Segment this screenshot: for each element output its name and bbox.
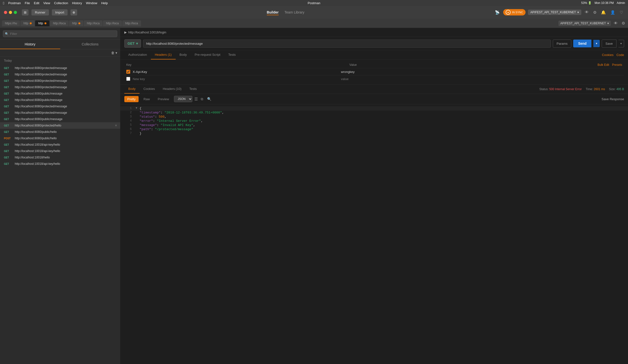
search-response-button[interactable]: 🔍 [206, 96, 212, 102]
params-button[interactable]: Params [553, 40, 571, 48]
tab-4[interactable]: http [69, 20, 83, 26]
history-item[interactable]: GET http://localhost:8080/protected/mess… [0, 103, 120, 110]
menu-view[interactable]: View [43, 1, 50, 5]
history-tab[interactable]: History [0, 40, 60, 49]
history-item[interactable]: GET http://localhost:10018/api-key/hello [0, 148, 120, 154]
history-close-icon[interactable]: ✕ [115, 124, 117, 127]
history-item[interactable]: GET http://localhost:10018/api-key/hello [0, 142, 120, 148]
history-item[interactable]: POST http://localhost:8080/public/hello [0, 135, 120, 142]
history-url: http://localhost:8080/protected/message [15, 66, 116, 70]
header-checkbox-2[interactable] [126, 77, 130, 81]
history-item[interactable]: GET http://localhost:8080/public/hello [0, 129, 120, 135]
eye-tab-icon[interactable]: 👁 [613, 20, 619, 26]
minimize-window-button[interactable] [9, 11, 12, 14]
tab-authorization[interactable]: Authorization [124, 50, 151, 60]
sidebar-toggle-button[interactable]: ⊞ [22, 9, 28, 15]
save-button[interactable]: Save [602, 40, 617, 48]
history-item[interactable]: GET http://localhost:8080/public/message [0, 116, 120, 122]
collections-tab[interactable]: Collections [60, 40, 120, 49]
tab-dot [78, 22, 80, 24]
tab-pre-request-script[interactable]: Pre-request Script [191, 50, 224, 60]
menu-history[interactable]: History [72, 1, 82, 5]
send-dropdown-button[interactable]: ▾ [593, 40, 600, 47]
new-tab-button[interactable]: ⊕ [71, 9, 77, 15]
history-item[interactable]: GET http://localhost:8080/protected/mess… [0, 78, 120, 84]
main-content: 🔍 History Collections 🗑 ▾ Today GET http… [0, 28, 628, 364]
settings-icon[interactable]: ⚙ [592, 9, 598, 16]
profile-icon[interactable]: 👤 [609, 9, 616, 16]
tab-2[interactable]: http [35, 20, 49, 26]
history-item[interactable]: GET http://localhost:8080/public/message [0, 90, 120, 97]
code-content: "message": "Invalid API Key", [140, 123, 195, 127]
header-checkbox-1[interactable] [126, 70, 130, 74]
eye-icon[interactable]: 👁 [584, 9, 590, 15]
format-selector[interactable]: JSON XML HTML Text [174, 96, 192, 102]
tab-headers[interactable]: Headers (1) [151, 50, 176, 60]
tab-3[interactable]: http://loca [50, 20, 69, 26]
team-library-tab[interactable]: Team Library [285, 10, 305, 14]
menu-file[interactable]: File [25, 1, 30, 5]
tab-tests[interactable]: Tests [224, 50, 239, 60]
menu-edit[interactable]: Edit [34, 1, 39, 5]
runner-button[interactable]: Runner [31, 9, 49, 15]
bell-icon[interactable]: 🔔 [600, 9, 607, 16]
save-dropdown-button[interactable]: ▾ [619, 40, 624, 47]
satellite-icon[interactable]: 📡 [494, 9, 501, 16]
history-item-active[interactable]: GET http://localhost:8080/protected/hell… [0, 122, 120, 129]
url-input[interactable] [143, 40, 551, 48]
history-item[interactable]: GET http://localhost:8080/protected/mess… [0, 110, 120, 116]
collapse-arrow[interactable]: ▼ [136, 107, 140, 110]
tabs-bar: https://hu http http http://loca http ht… [0, 19, 628, 28]
presets-link[interactable]: Presets [612, 63, 622, 67]
tab-1[interactable]: http [20, 20, 35, 26]
history-item[interactable]: GET http://localhost:8080/protected/mess… [0, 71, 120, 78]
history-item[interactable]: GET http://localhost:8080/protected/mess… [0, 84, 120, 90]
copy-response-button[interactable]: ⧉ [200, 96, 204, 102]
tab-body[interactable]: Body [176, 50, 191, 60]
tab-6[interactable]: http://loca [103, 20, 122, 26]
method-selector[interactable]: GET ▾ [124, 39, 141, 48]
header-value-input-2[interactable] [341, 77, 622, 81]
code-link[interactable]: Code [617, 53, 624, 57]
tab-0[interactable]: https://hu [2, 20, 20, 26]
delete-history-button[interactable]: 🗑 ▾ [111, 51, 117, 55]
history-item[interactable]: GET http://localhost:10018/api-key/hello [0, 161, 120, 167]
tab-7[interactable]: http://loca [122, 20, 141, 26]
header-key-input-1[interactable] [133, 70, 341, 74]
tab-env-selector[interactable]: APIFEST_API_TEST_KUBERNET ▾ [558, 21, 611, 26]
tab-5[interactable]: http://loca [84, 20, 102, 26]
history-item[interactable]: GET http://localhost:8080/protected/mess… [0, 65, 120, 71]
header-value-input-1[interactable] [341, 70, 622, 74]
code-content: "path": "/protected/message" [140, 128, 193, 131]
history-item[interactable]: GET http://localhost:10018/hello [0, 154, 120, 161]
resp-tab-headers[interactable]: Headers (10) [159, 84, 185, 94]
environment-selector[interactable]: APIFEST_API_TEST_KUBERNET ▾ [528, 9, 581, 15]
resp-tab-tests[interactable]: Tests [185, 84, 201, 94]
format-preview[interactable]: Preview [155, 96, 172, 102]
import-button[interactable]: Import [52, 9, 68, 15]
format-raw[interactable]: Raw [141, 96, 153, 102]
history-item[interactable]: GET http://localhost:8080/public/message [0, 97, 120, 103]
close-window-button[interactable] [4, 11, 7, 14]
maximize-window-button[interactable] [14, 11, 17, 14]
menu-collection[interactable]: Collection [54, 1, 68, 5]
menu-postman[interactable]: Postman [8, 1, 21, 5]
menu-help[interactable]: Help [101, 1, 108, 5]
filter-input[interactable] [3, 30, 117, 37]
apple-menu[interactable]:  [3, 1, 4, 5]
format-pretty[interactable]: Pretty [124, 96, 139, 102]
header-key-input-2[interactable] [133, 77, 341, 81]
request-panel: ▶ http://localhost:10018/login GET ▾ Par… [120, 28, 628, 364]
breadcrumb-text: http://localhost:10018/login [128, 30, 166, 34]
cookies-link[interactable]: Cookies [602, 53, 614, 57]
resp-tab-body[interactable]: Body [124, 84, 140, 94]
menu-window[interactable]: Window [86, 1, 97, 5]
send-button[interactable]: Send [573, 40, 591, 47]
resp-tab-cookies[interactable]: Cookies [140, 84, 159, 94]
history-date: Today [4, 59, 116, 62]
save-response-button[interactable]: Save Response [602, 97, 624, 101]
builder-tab[interactable]: Builder [267, 10, 279, 15]
bulk-edit-link[interactable]: Bulk Edit [598, 63, 609, 67]
heart-icon[interactable]: ♡ [619, 9, 624, 16]
settings-tab-icon[interactable]: ⚙ [621, 20, 626, 26]
